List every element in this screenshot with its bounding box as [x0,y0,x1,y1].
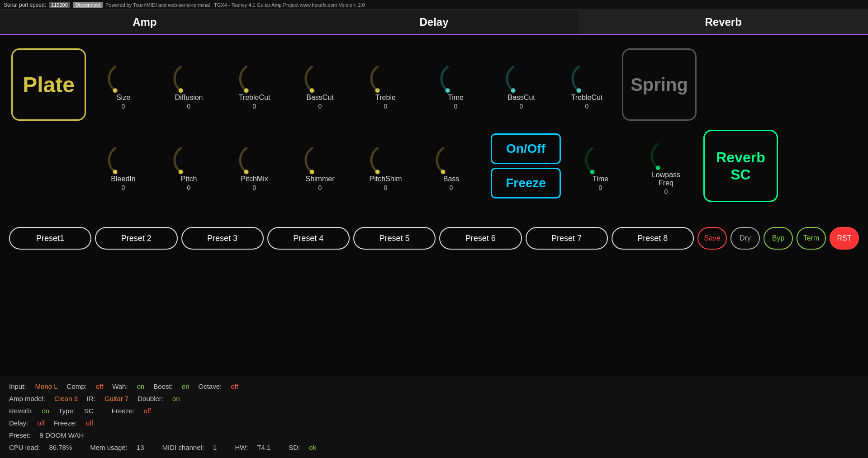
tab-amp[interactable]: Amp [0,10,289,34]
knob-basscut-row1[interactable]: BassCut 0 [287,60,353,110]
knob-time-row2-delay[interactable]: Time 0 [568,137,633,195]
svg-point-12 [375,170,379,174]
byp-button[interactable]: Byp [764,227,793,250]
svg-point-2 [244,88,248,93]
svg-point-10 [244,170,248,174]
knob-pitchshim-row2[interactable]: PitchShim 0 [353,141,418,191]
save-button[interactable]: Save [697,227,727,250]
preset-button-3[interactable]: Preset 3 [181,227,264,250]
svg-point-15 [655,165,660,170]
button-group: On/Off Freeze [491,133,561,198]
knob-time-row1-delay[interactable]: Time 0 [423,60,489,110]
preset-buttons: Preset1Preset 2Preset 3Preset 4Preset 5P… [9,227,694,250]
knob-shimmer-row2[interactable]: Shimmer 0 [287,141,353,191]
svg-point-13 [441,170,445,174]
top-bar: Serial port speed: 115200 Disconnect Pow… [0,0,868,10]
knob-lowpassfreq-row2-delay[interactable]: Lowpass Freq 0 [633,137,699,195]
row2-delay-knobs: Time 0 Lowpass Freq 0 [568,137,699,195]
row1-delay-knobs: Time 0 BassCut 0 TrebleCut 0 [423,60,620,110]
preset-button-1[interactable]: Preset1 [9,227,91,250]
svg-point-6 [511,88,515,93]
term-button[interactable]: Term [797,227,826,250]
knob-bleedin-row2[interactable]: BleedIn 0 [90,141,156,191]
preset-button-4[interactable]: Preset 4 [267,227,350,250]
knob-pitch-row2[interactable]: Pitch 0 [156,141,222,191]
svg-point-7 [576,88,581,93]
rst-button[interactable]: RST [830,227,859,250]
row1-reverb-knobs: Size 0 Diffusion 0 TrebleCut 0 BassCut 0… [90,60,418,110]
svg-point-3 [309,88,314,93]
knob-treble-row1[interactable]: Treble 0 [353,60,418,110]
svg-point-9 [178,170,183,174]
svg-point-0 [113,88,117,93]
svg-point-5 [445,88,450,93]
reverbsc-label: ReverbSC [716,149,765,184]
plate-label: Plate [23,72,75,97]
knob-basscut-row1-delay[interactable]: BassCut 0 [489,60,554,110]
preset-button-5[interactable]: Preset 5 [353,227,436,250]
tab-reverb[interactable]: Reverb [579,10,868,34]
disconnect-button[interactable]: Disconnect [73,2,103,8]
preset-button-7[interactable]: Preset 7 [526,227,608,250]
svg-point-14 [590,170,594,174]
preset-button-8[interactable]: Preset 8 [612,227,694,250]
preset-button-2[interactable]: Preset 2 [95,227,177,250]
plate-box[interactable]: Plate [11,48,86,121]
knob-size-row1[interactable]: Size 0 [90,60,156,110]
svg-point-8 [113,170,117,174]
knob-row-1: Plate Size 0 Diffusion 0 TrebleCut 0 Bas… [9,48,859,121]
dry-button[interactable]: Dry [730,227,760,250]
knob-row-2: BleedIn 0 Pitch 0 PitchMix 0 Shimmer 0 P… [9,130,859,202]
serial-speed: 115200 [49,2,70,8]
spring-label: Spring [631,75,688,95]
knob-treblecut-row1[interactable]: TrebleCut 0 [222,60,287,110]
main-content: Plate Size 0 Diffusion 0 TrebleCut 0 Bas… [0,35,868,207]
spring-box[interactable]: Spring [622,48,697,121]
tab-delay[interactable]: Delay [289,10,579,34]
svg-point-1 [178,88,183,93]
knob-bass-row2[interactable]: Bass 0 [418,141,484,191]
preset-row: Preset1Preset 2Preset 3Preset 4Preset 5P… [0,220,868,250]
knob-pitchmix-row2[interactable]: PitchMix 0 [222,141,287,191]
nav-tabs: Amp Delay Reverb [0,10,868,35]
onoff-button[interactable]: On/Off [491,133,561,164]
reverbsc-box[interactable]: ReverbSC [703,130,778,202]
status-bar: Input: Mono L Comp: off Wah: on Boost: o… [0,376,868,458]
freeze-button[interactable]: Freeze [491,168,561,198]
knob-treblecut-row1-delay[interactable]: TrebleCut 0 [554,60,620,110]
row2-reverb-knobs: BleedIn 0 Pitch 0 PitchMix 0 Shimmer 0 P… [90,141,484,191]
powered-by: Powered by TouchMIDI and web-serial-term… [105,2,365,8]
serial-label: Serial port speed: [4,2,46,8]
svg-point-4 [375,88,379,93]
svg-point-11 [309,170,314,174]
knob-diffusion-row1[interactable]: Diffusion 0 [156,60,222,110]
preset-button-6[interactable]: Preset 6 [439,227,522,250]
